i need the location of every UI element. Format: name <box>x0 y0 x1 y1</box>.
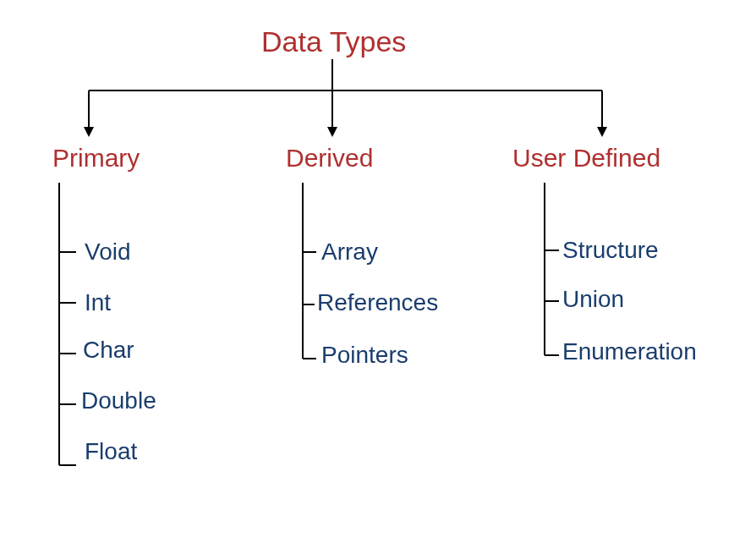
item-enumeration: Enumeration <box>562 338 697 365</box>
item-float: Float <box>85 438 137 465</box>
item-union: Union <box>562 286 624 313</box>
item-structure: Structure <box>562 237 659 264</box>
